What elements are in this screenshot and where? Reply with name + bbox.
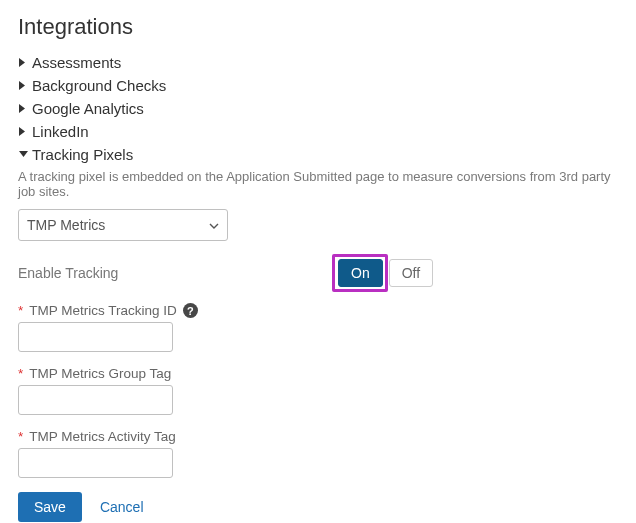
section-label: Google Analytics [32,100,144,117]
section-assessments[interactable]: Assessments [18,52,618,73]
chevron-right-icon [18,103,32,114]
section-description: A tracking pixel is embedded on the Appl… [18,169,618,199]
field-label: TMP Metrics Activity Tag [29,429,176,444]
chevron-down-icon [18,150,32,159]
toggle-off-button[interactable]: Off [389,259,433,287]
group-tag-input[interactable] [18,385,173,415]
enable-tracking-toggle: On Off [338,259,433,287]
enable-tracking-label: Enable Tracking [18,265,338,281]
required-marker: * [18,303,23,318]
save-button[interactable]: Save [18,492,82,522]
field-label: TMP Metrics Tracking ID [29,303,177,318]
section-label: Background Checks [32,77,166,94]
help-icon[interactable]: ? [183,303,198,318]
provider-select[interactable]: TMP Metrics [18,209,228,241]
field-label: TMP Metrics Group Tag [29,366,171,381]
section-label: LinkedIn [32,123,89,140]
chevron-right-icon [18,126,32,137]
section-linkedin[interactable]: LinkedIn [18,121,618,142]
section-label: Tracking Pixels [32,146,133,163]
cancel-button[interactable]: Cancel [100,499,144,515]
required-marker: * [18,366,23,381]
section-label: Assessments [32,54,121,71]
toggle-on-button[interactable]: On [338,259,383,287]
section-background-checks[interactable]: Background Checks [18,75,618,96]
section-google-analytics[interactable]: Google Analytics [18,98,618,119]
section-tracking-pixels[interactable]: Tracking Pixels [18,144,618,165]
page-title: Integrations [18,14,618,40]
activity-tag-input[interactable] [18,448,173,478]
required-marker: * [18,429,23,444]
chevron-right-icon [18,80,32,91]
tracking-id-input[interactable] [18,322,173,352]
chevron-right-icon [18,57,32,68]
